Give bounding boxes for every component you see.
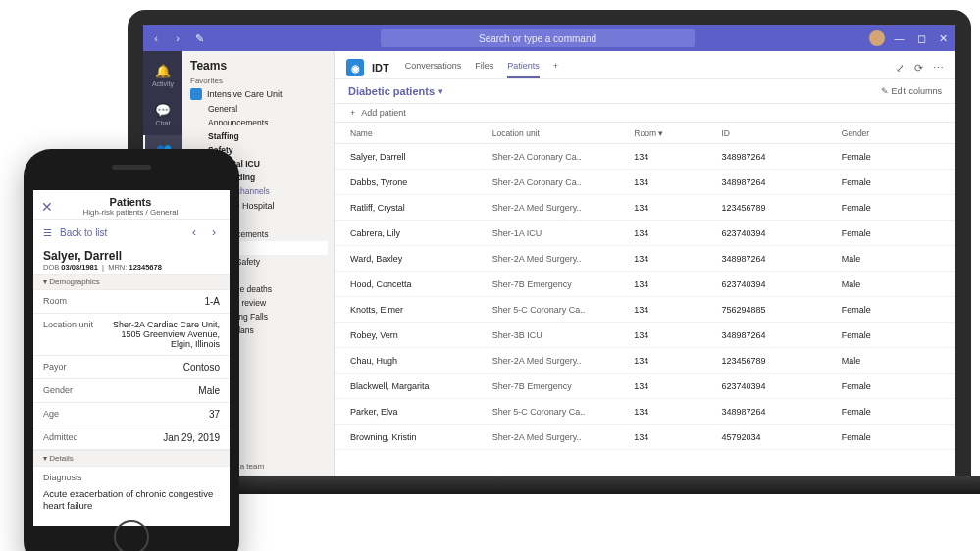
more-icon[interactable]: ⋯ — [933, 62, 944, 75]
next-patient-icon[interactable]: › — [208, 225, 220, 239]
rail-label: Activity — [152, 80, 174, 87]
mrn-value: 12345678 — [129, 263, 161, 272]
row-admitted: AdmittedJan 29, 2019 — [33, 426, 230, 450]
phone-nav: ☰ Back to list ‹ › — [33, 220, 230, 245]
table-row[interactable]: Browning, KristinSher-2A Med Surgery..13… — [335, 425, 955, 450]
close-icon[interactable]: ✕ — [41, 199, 53, 215]
tab-files[interactable]: Files — [475, 57, 493, 78]
mrn-label: MRN — [108, 263, 125, 272]
cell-name: Dabbs, Tyrone — [350, 177, 492, 187]
phone-header-title-wrap: Patients High-risk patients / General — [53, 196, 208, 217]
dob-value: 03/08/1981 — [61, 263, 98, 272]
cell-location: Sher-2A Med Surgery.. — [492, 203, 635, 213]
new-note-icon[interactable]: ✎ — [192, 31, 206, 45]
laptop-bezel: ‹ › ✎ — ◻ ✕ 🔔Activity 💬Chat — [128, 10, 971, 476]
table-row[interactable]: Parker, ElvaSher 5-C Coronary Ca..134348… — [335, 399, 955, 425]
app-content: 🔔Activity 💬Chat 👥Teams 📅Meetings 📄Files … — [143, 51, 955, 476]
cell-id: 623740394 — [721, 381, 841, 391]
table-row[interactable]: Ratliff, CrystalSher-2A Med Surgery..134… — [335, 195, 955, 221]
table-row[interactable]: Robey, VernSher-3B ICU134348987264Female — [335, 323, 955, 348]
cell-id: 123456789 — [721, 356, 841, 366]
team-name: Intensive Care Unit — [207, 89, 283, 99]
expand-icon[interactable]: ⤢ — [896, 62, 904, 75]
section-demographics[interactable]: ▾ Demographics — [33, 274, 230, 290]
rail-chat[interactable]: 💬Chat — [143, 96, 182, 133]
cell-room: 134 — [634, 152, 721, 162]
diagnosis-value: Acute exacerbation of chronic congestive… — [33, 482, 230, 519]
cell-location: Sher-7B Emergency — [492, 381, 635, 391]
channel-announce[interactable]: Announcements — [190, 116, 328, 129]
team-icu[interactable]: Intensive Care Unit — [190, 88, 328, 100]
cell-location: Sher 5-C Coronary Ca.. — [492, 305, 635, 315]
cell-id: 623740394 — [721, 228, 841, 238]
cell-location: Sher-1A ICU — [492, 228, 635, 238]
field-label: Location unit — [43, 320, 110, 329]
prev-patient-icon[interactable]: ‹ — [188, 225, 200, 239]
dob-label: DOB — [43, 263, 59, 272]
cell-name: Browning, Kristin — [350, 432, 492, 442]
cell-gender: Female — [842, 381, 940, 391]
cell-room: 134 — [634, 356, 721, 366]
cell-room: 134 — [634, 177, 721, 187]
table-row[interactable]: Dabbs, TyroneSher-2A Coronary Ca..134348… — [335, 170, 955, 195]
table-row[interactable]: Blackwell, MargaritaSher-7B Emergency134… — [335, 374, 955, 399]
cell-name: Robey, Vern — [350, 330, 492, 340]
list-title[interactable]: Diabetic patients — [348, 85, 435, 97]
add-patient-row[interactable]: + Add patient — [335, 103, 955, 123]
avatar[interactable] — [869, 30, 885, 46]
phone-device: ✕ Patients High-risk patients / General … — [24, 149, 239, 551]
team-icon — [190, 88, 202, 100]
list-icon: ☰ — [43, 227, 52, 238]
refresh-icon[interactable]: ⟳ — [914, 62, 923, 75]
col-name[interactable]: Name — [350, 128, 492, 138]
cell-gender: Female — [842, 203, 940, 213]
field-label: Diagnosis — [43, 473, 110, 482]
tab-conversations[interactable]: Conversations — [405, 57, 462, 78]
phone-screen: ✕ Patients High-risk patients / General … — [33, 190, 230, 526]
table-row[interactable]: Cabrera, LilySher-1A ICU134623740394Fema… — [335, 221, 955, 246]
table-row[interactable]: Ward, BaxleySher-2A Med Surgery..1343489… — [335, 246, 955, 272]
search-input[interactable] — [381, 29, 695, 47]
window-max-icon[interactable]: ◻ — [914, 31, 928, 45]
cell-name: Salyer, Darrell — [350, 152, 492, 162]
window-min-icon[interactable]: — — [893, 31, 906, 45]
col-location[interactable]: Location unit — [492, 128, 635, 138]
plus-icon: + — [350, 108, 355, 118]
col-id[interactable]: ID — [721, 128, 841, 138]
cell-id: 348987264 — [721, 152, 841, 162]
row-age: Age37 — [33, 403, 230, 426]
section-details[interactable]: ▾ Details — [33, 450, 230, 467]
cell-id: 348987264 — [721, 407, 841, 417]
header-actions: ⤢ ⟳ ⋯ — [896, 62, 944, 75]
channel-staffing[interactable]: Staffing — [190, 129, 328, 143]
cell-location: Sher-2A Coronary Ca.. — [492, 152, 635, 162]
field-value: 1-A — [110, 296, 220, 307]
channel-general[interactable]: General — [190, 102, 328, 116]
window-close-icon[interactable]: ✕ — [936, 31, 950, 45]
table-row[interactable]: Knotts, ElmerSher 5-C Coronary Ca..13475… — [335, 297, 955, 323]
table-row[interactable]: Salyer, DarrellSher-2A Coronary Ca..1343… — [335, 144, 955, 170]
rail-activity[interactable]: 🔔Activity — [143, 57, 182, 94]
cell-gender: Female — [842, 228, 940, 238]
tab-add[interactable]: + — [553, 57, 558, 78]
col-gender[interactable]: Gender — [842, 128, 940, 138]
edit-columns-link[interactable]: ✎ Edit columns — [881, 86, 942, 96]
favorites-label: Favorites — [190, 76, 328, 85]
nav-fwd-icon[interactable]: › — [171, 31, 184, 45]
cell-id: 45792034 — [721, 432, 841, 442]
chevron-down-icon[interactable]: ▾ — [438, 86, 443, 96]
tab-patients[interactable]: Patients — [507, 57, 540, 78]
table-row[interactable]: Hood, ConcettaSher-7B Emergency134623740… — [335, 272, 955, 297]
nav-back-icon[interactable]: ‹ — [149, 31, 163, 45]
table-row[interactable]: Chau, HughSher-2A Med Surgery..134123456… — [335, 348, 955, 374]
back-to-list-link[interactable]: Back to list — [60, 227, 107, 238]
cell-gender: Female — [842, 305, 940, 315]
field-label: Gender — [43, 385, 110, 395]
field-label: Age — [43, 409, 110, 419]
cell-id: 348987264 — [721, 254, 841, 264]
cell-name: Hood, Concetta — [350, 279, 492, 289]
cell-location: Sher-2A Med Surgery.. — [492, 356, 635, 366]
cell-gender: Male — [842, 254, 940, 264]
col-room[interactable]: Room ▾ — [634, 128, 721, 138]
field-value: Contoso — [110, 362, 220, 373]
